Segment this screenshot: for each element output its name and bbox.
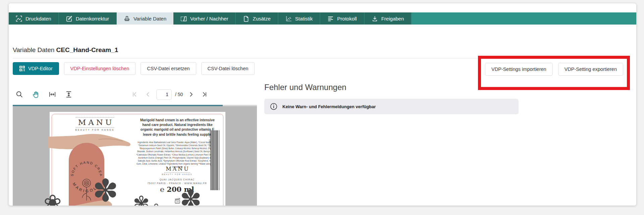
first-page-button[interactable] [129,89,140,99]
brand-name-small: MANU [164,166,190,173]
flower-illustration: ✽ [93,175,118,206]
tab-label: Protokoll [337,16,357,22]
tab-label: Datenkorrektur [76,16,109,22]
vdp-editor-label: VDP-Editor [28,66,53,71]
brand-logo: MANU BEAUTY FOR HANDS [68,117,122,131]
print-data-icon [16,15,22,22]
tab-label: Statistik [295,16,313,22]
tab-label: Freigaben [381,16,404,22]
svg-text:12M: 12M [176,201,179,203]
address-block: QUAI JACQUES CHIRAC 75007 PARIS - FRANCE… [140,178,214,185]
flower-illustration: ❀ [44,192,62,206]
product-description: Marigold hand cream is an effective inte… [136,118,219,137]
highlight-red-box: VDP-Settings importieren VDP-Setting exp… [478,56,630,90]
tab-label: Zusätze [253,16,270,22]
document-icon [243,15,249,22]
chevron-right-icon [188,91,195,98]
flower-illustration: ❀ [150,202,162,206]
tab-druckdaten[interactable]: Druckdaten [9,12,59,25]
vdp-settings-delete-button[interactable]: VDP-Einstellungen löschen [64,62,136,75]
vdp-settings-button-group: VDP-Settings importieren VDP-Setting exp… [485,63,623,76]
edit-icon [66,15,72,22]
tab-freigaben[interactable]: Freigaben [365,12,412,25]
pdf-preview-canvas[interactable]: MANU BEAUTY FOR HANDS Marigold hand crea… [13,106,257,206]
fit-height-button[interactable] [62,88,75,101]
stamp-icon [124,15,130,22]
last-page-icon [201,91,208,98]
barcode: 349467 890573 [209,130,220,190]
scatter-chart-icon [285,15,292,22]
download-approve-icon [372,15,378,22]
tab-statistik[interactable]: Statistik [278,12,321,25]
fit-width-icon [48,90,56,98]
vdp-settings-import-button[interactable]: VDP-Settings importieren [485,63,553,76]
csv-delete-button[interactable]: CSV-Datei löschen [201,62,255,75]
tab-vorher-nachher[interactable]: Vorher / Nachher [173,12,236,25]
viewer-toolbar: / 50 [13,84,257,105]
previous-page-button[interactable] [143,89,153,99]
flower-illustration: ✽ [180,186,202,206]
pan-tool-button[interactable] [29,88,43,101]
vdp-setting-export-button[interactable]: VDP-Setting exportieren [558,63,623,76]
fit-width-button[interactable] [46,88,59,101]
list-lines-icon [327,15,334,22]
tab-label: Vorher / Nachher [190,16,228,22]
zoom-tool-button[interactable] [13,88,26,101]
info-message-box: Keine Warn- und Fehlermeldungen verfügba… [264,99,519,114]
info-message-text: Keine Warn- und Fehlermeldungen verfügba… [282,104,376,109]
tab-bar-filler [412,12,636,25]
last-page-button[interactable] [200,89,210,99]
vdp-editor-button[interactable]: VDP-Editor [13,62,59,75]
barcode-bars [211,130,220,190]
page-navigation: / 50 [129,84,210,105]
info-icon [270,102,278,111]
brand-name: MANU [76,117,114,128]
tab-datenkorrektur[interactable]: Datenkorrektur [59,12,117,25]
tab-zusaetze[interactable]: Zusätze [236,12,278,25]
brand-tagline-small: BEAUTY FOR HANDS [144,173,211,175]
next-page-button[interactable] [186,89,196,99]
title-divider [13,58,478,58]
page-number-input[interactable] [156,89,172,100]
fit-height-icon [65,90,73,98]
brand-logo-small: MANU BEAUTY FOR HANDS [144,166,211,175]
qr-code-icon [19,66,25,72]
page-total-label: / 50 [175,92,183,97]
magnifier-icon [15,90,23,98]
hand-icon [32,90,40,98]
pdf-viewer: / 50 MANU BEAUTY FOR HANDS [13,84,257,206]
page-title-name: CEC_Hand-Cream_1 [56,46,118,53]
ingredients-text: Ingredients: Aloe Barbadensis Leaf Juice… [136,141,219,168]
label-artwork: MANU BEAUTY FOR HANDS Marigold hand crea… [50,112,225,206]
brand-tagline: BEAUTY FOR HANDS [68,129,122,131]
first-page-icon [131,91,138,98]
tab-label: Druckdaten [25,16,51,22]
before-after-icon [180,15,187,22]
address-line-2: 75007 PARIS - FRANCE . WWW.MANU.FR [140,181,214,185]
tab-variable-daten[interactable]: Variable Daten [117,12,173,25]
page-title: Variable Daten CEC_Hand-Cream_1 [13,46,118,54]
tab-protokoll[interactable]: Protokoll [320,12,364,25]
flower-illustration: ✾ [133,194,150,206]
tab-label: Variable Daten [133,16,166,22]
tab-bar: Druckdaten Datenkorrektur Variable Daten… [9,12,636,25]
action-button-row: VDP-Editor VDP-Einstellungen löschen CSV… [13,62,255,75]
page-title-prefix: Variable Daten [13,46,56,53]
csv-replace-button[interactable]: CSV-Datei ersetzen [141,62,196,75]
chevron-left-icon [145,91,151,98]
address-line-1: QUAI JACQUES CHIRAC [140,178,214,181]
app-card: Druckdaten Datenkorrektur Variable Daten… [9,3,636,206]
